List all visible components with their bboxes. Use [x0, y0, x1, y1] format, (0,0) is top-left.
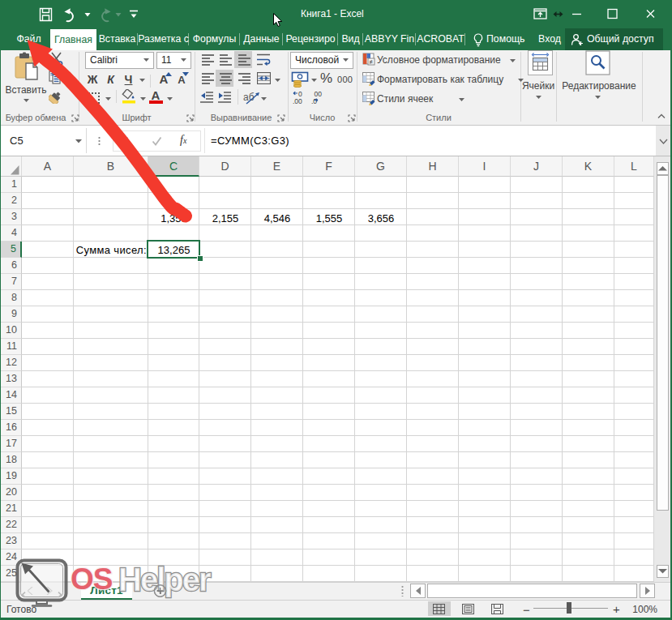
- svg-text:OS: OS: [71, 562, 113, 596]
- svg-text:Helper: Helper: [118, 562, 211, 597]
